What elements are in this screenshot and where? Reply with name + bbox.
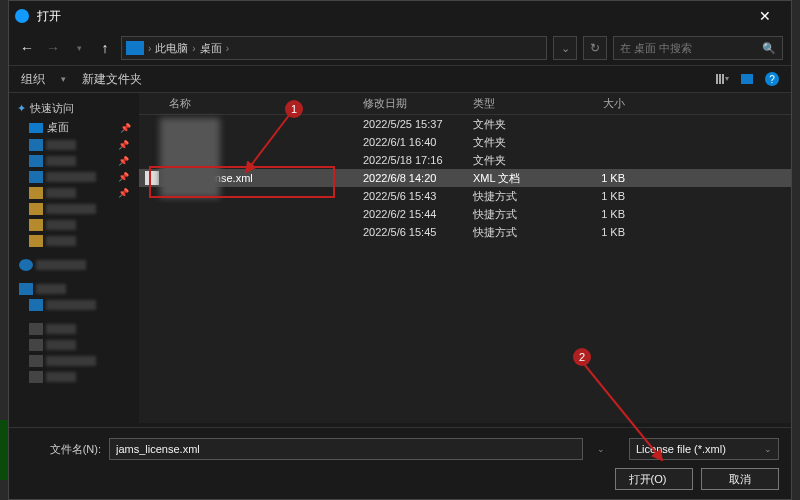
annotation-arrow-2 bbox=[580, 360, 680, 474]
file-type: 快捷方式 bbox=[473, 225, 563, 240]
file-row[interactable]: 2022/5/6 15:45快捷方式1 KB bbox=[139, 223, 791, 241]
back-button[interactable]: ← bbox=[17, 40, 37, 56]
sidebar-item-blurred[interactable] bbox=[13, 337, 135, 353]
svg-line-0 bbox=[246, 114, 290, 172]
file-size: 1 KB bbox=[563, 172, 633, 184]
file-type: 文件夹 bbox=[473, 117, 563, 132]
help-icon[interactable]: ? bbox=[765, 72, 779, 86]
sidebar-item-blurred[interactable] bbox=[13, 297, 135, 313]
sidebar-item-blurred[interactable] bbox=[13, 321, 135, 337]
file-row[interactable]: 2022/6/2 15:44快捷方式1 KB bbox=[139, 205, 791, 223]
search-placeholder: 在 桌面 中搜索 bbox=[620, 41, 692, 56]
sidebar-item-blurred[interactable] bbox=[13, 369, 135, 385]
chevron-down-icon: ⌄ bbox=[764, 444, 772, 454]
breadcrumb-desktop[interactable]: 桌面 bbox=[200, 41, 222, 56]
path-dropdown[interactable]: ⌄ bbox=[553, 36, 577, 60]
column-date[interactable]: 修改日期 bbox=[363, 96, 473, 111]
file-type: 文件夹 bbox=[473, 153, 563, 168]
toolbar: 组织▾ 新建文件夹 ▾ ? bbox=[9, 65, 791, 93]
sidebar-item-blurred[interactable] bbox=[13, 353, 135, 369]
cancel-button[interactable]: 取消 bbox=[701, 468, 779, 490]
sidebar-item-blurred[interactable]: 📌 bbox=[13, 169, 135, 185]
navbar: ← → ▾ ↑ › 此电脑 › 桌面 › ⌄ ↻ 在 桌面 中搜索 🔍 bbox=[9, 31, 791, 65]
sidebar-item-blurred[interactable]: 📌 bbox=[13, 185, 135, 201]
chevron-right-icon: › bbox=[226, 43, 229, 54]
desktop-icon bbox=[29, 123, 43, 133]
file-date: 2022/6/8 14:20 bbox=[363, 172, 473, 184]
file-size: 1 KB bbox=[563, 190, 633, 202]
new-folder-button[interactable]: 新建文件夹 bbox=[82, 71, 142, 88]
forward-button[interactable]: → bbox=[43, 40, 63, 56]
file-list-pane: 名称 修改日期 类型 大小 2022/5/25 15:37文件夹2022/6/1… bbox=[139, 93, 791, 423]
annotation-arrow-1 bbox=[240, 110, 300, 184]
column-name[interactable]: 名称 bbox=[163, 96, 363, 111]
file-date: 2022/5/25 15:37 bbox=[363, 118, 473, 130]
file-date: 2022/5/6 15:45 bbox=[363, 226, 473, 238]
organize-menu[interactable]: 组织 bbox=[21, 71, 45, 88]
sidebar-item-quickaccess[interactable]: ✦ 快速访问 bbox=[13, 99, 135, 118]
close-icon[interactable]: ✕ bbox=[745, 8, 785, 24]
sidebar-item-blurred[interactable] bbox=[13, 257, 135, 273]
chevron-right-icon: › bbox=[148, 43, 151, 54]
search-input[interactable]: 在 桌面 中搜索 🔍 bbox=[613, 36, 783, 60]
pin-icon: 📌 bbox=[120, 123, 131, 133]
file-row[interactable]: 2022/5/25 15:37文件夹 bbox=[139, 115, 791, 133]
background-strip bbox=[0, 420, 8, 480]
search-icon: 🔍 bbox=[762, 42, 776, 55]
file-type: 文件夹 bbox=[473, 135, 563, 150]
sidebar-item-blurred[interactable]: 📌 bbox=[13, 137, 135, 153]
sidebar-item-blurred[interactable]: 📌 bbox=[13, 153, 135, 169]
filename-label: 文件名(N): bbox=[21, 442, 101, 457]
file-type: XML 文档 bbox=[473, 171, 563, 186]
annotation-badge-1: 1 bbox=[285, 100, 303, 118]
star-icon: ✦ bbox=[17, 102, 26, 115]
file-date: 2022/6/2 15:44 bbox=[363, 208, 473, 220]
sidebar-label-quickaccess: 快速访问 bbox=[30, 101, 74, 116]
column-size[interactable]: 大小 bbox=[563, 96, 633, 111]
annotation-badge-2: 2 bbox=[573, 348, 591, 366]
window-title: 打开 bbox=[37, 8, 745, 25]
sidebar-item-blurred[interactable] bbox=[13, 217, 135, 233]
file-type: 快捷方式 bbox=[473, 207, 563, 222]
view-preview-icon[interactable] bbox=[741, 74, 753, 84]
file-size: 1 KB bbox=[563, 208, 633, 220]
file-list-header: 名称 修改日期 类型 大小 bbox=[139, 93, 791, 115]
file-date: 2022/6/1 16:40 bbox=[363, 136, 473, 148]
sidebar: ✦ 快速访问 桌面 📌 📌 📌 📌 📌 bbox=[9, 93, 139, 423]
filename-input[interactable] bbox=[109, 438, 583, 460]
file-date: 2022/5/6 15:43 bbox=[363, 190, 473, 202]
svg-line-1 bbox=[584, 364, 662, 460]
pc-icon bbox=[126, 41, 144, 55]
sidebar-item-blurred[interactable] bbox=[13, 201, 135, 217]
sidebar-label-desktop: 桌面 bbox=[47, 120, 69, 135]
sidebar-item-desktop[interactable]: 桌面 📌 bbox=[13, 118, 135, 137]
file-type: 快捷方式 bbox=[473, 189, 563, 204]
up-button[interactable]: ↑ bbox=[95, 40, 115, 56]
chevron-right-icon: › bbox=[192, 43, 195, 54]
sidebar-item-blurred[interactable] bbox=[13, 233, 135, 249]
sidebar-item-blurred[interactable] bbox=[13, 281, 135, 297]
recent-dropdown[interactable]: ▾ bbox=[69, 43, 89, 53]
breadcrumb-bar[interactable]: › 此电脑 › 桌面 › bbox=[121, 36, 547, 60]
app-icon bbox=[15, 9, 29, 23]
file-size: 1 KB bbox=[563, 226, 633, 238]
file-row[interactable]: 2022/6/1 16:40文件夹 bbox=[139, 133, 791, 151]
breadcrumb-pc[interactable]: 此电脑 bbox=[155, 41, 188, 56]
file-date: 2022/5/18 17:16 bbox=[363, 154, 473, 166]
titlebar: 打开 ✕ bbox=[9, 1, 791, 31]
view-list-icon[interactable]: ▾ bbox=[716, 74, 729, 84]
column-type[interactable]: 类型 bbox=[473, 96, 563, 111]
refresh-button[interactable]: ↻ bbox=[583, 36, 607, 60]
